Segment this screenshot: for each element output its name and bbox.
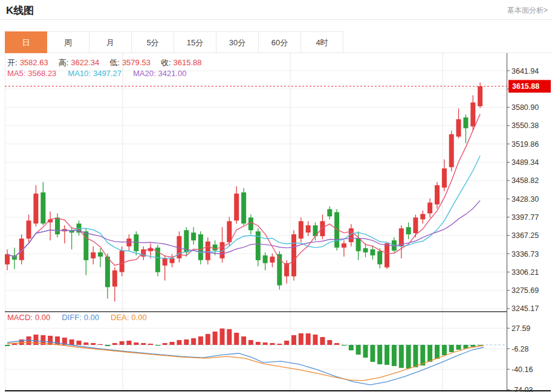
- high-label: 高:: [59, 58, 69, 67]
- close-label: 收:: [161, 58, 171, 67]
- svg-text:3275.69: 3275.69: [511, 286, 539, 295]
- ma10-value: 3497.27: [93, 69, 122, 78]
- ma10-label: MA10:: [68, 69, 91, 78]
- diff-line: [7, 340, 484, 385]
- fundamental-analysis-link[interactable]: 基本面分析>: [507, 5, 548, 16]
- open-label: 开:: [7, 58, 18, 67]
- tab-4hour[interactable]: 4时: [301, 31, 343, 53]
- svg-text:3580.90: 3580.90: [511, 103, 539, 112]
- ma-legend-row: MA5:3568.23 MA10:3497.27 MA20:3421.00: [7, 69, 187, 78]
- period-tabbar: 日 周 月 5分 15分 30分 60分 4时: [5, 31, 552, 53]
- current-price-badge: 3615.88: [508, 80, 551, 92]
- dea-value: 0.00: [131, 313, 146, 322]
- svg-text:3306.21: 3306.21: [511, 268, 539, 277]
- svg-text:3458.82: 3458.82: [511, 176, 539, 185]
- tab-60min[interactable]: 60分: [259, 31, 301, 53]
- candlestick-series: [5, 83, 482, 302]
- svg-text:-6.28: -6.28: [511, 345, 529, 353]
- page-title: K线图: [6, 4, 34, 18]
- macd-legend-row: MACD:0.00 DIFF:0.00 DEA:0.00: [7, 313, 147, 322]
- diff-label: DIFF:: [62, 313, 82, 322]
- svg-text:3489.34: 3489.34: [511, 158, 539, 167]
- macd-label: MACD:: [7, 313, 33, 322]
- macd-indicator-lines: [7, 340, 484, 385]
- ma5-value: 3568.23: [28, 69, 56, 78]
- open-value: 3582.63: [20, 58, 48, 67]
- svg-text:3397.77: 3397.77: [511, 213, 539, 222]
- kline-widget: 3641.943580.903550.383519.863489.343458.…: [0, 0, 552, 392]
- svg-text:-40.16: -40.16: [511, 365, 533, 374]
- ma20-value: 3421.00: [158, 69, 187, 78]
- ma5-label: MA5:: [7, 69, 25, 78]
- dea-line: [7, 342, 484, 381]
- tab-day[interactable]: 日: [5, 31, 47, 53]
- tab-15min[interactable]: 15分: [174, 31, 216, 53]
- tab-5min[interactable]: 5分: [132, 31, 174, 53]
- tab-week[interactable]: 周: [47, 31, 89, 53]
- widget-header: K线图 基本面分析>: [0, 0, 552, 20]
- dea-label: DEA:: [111, 313, 129, 322]
- ma20-label: MA20:: [133, 69, 156, 78]
- gridlines: [5, 53, 507, 391]
- svg-text:3550.38: 3550.38: [511, 121, 539, 130]
- y-axis: 3641.943580.903550.383519.863489.343458.…: [5, 53, 551, 392]
- tab-month[interactable]: 月: [89, 31, 132, 53]
- svg-text:-74.03: -74.03: [511, 386, 533, 392]
- low-label: 低:: [109, 58, 120, 67]
- svg-text:27.59: 27.59: [511, 324, 530, 333]
- svg-text:3367.25: 3367.25: [511, 231, 539, 240]
- svg-text:3519.86: 3519.86: [511, 140, 539, 149]
- close-value: 3615.88: [174, 58, 202, 67]
- svg-text:3428.30: 3428.30: [511, 195, 539, 204]
- svg-text:3641.94: 3641.94: [511, 67, 539, 76]
- ohlc-row: 开:3582.63 高:3622.34 低:3579.53 收:3615.88: [7, 57, 212, 68]
- tab-30min[interactable]: 30分: [216, 31, 259, 53]
- svg-text:3336.73: 3336.73: [511, 250, 539, 259]
- macd-value: 0.00: [35, 313, 50, 322]
- svg-text:3615.88: 3615.88: [512, 82, 539, 91]
- high-value: 3622.34: [71, 58, 99, 67]
- svg-text:3245.17: 3245.17: [511, 304, 539, 313]
- diff-value: 0.00: [84, 313, 99, 322]
- low-value: 3579.53: [122, 58, 151, 67]
